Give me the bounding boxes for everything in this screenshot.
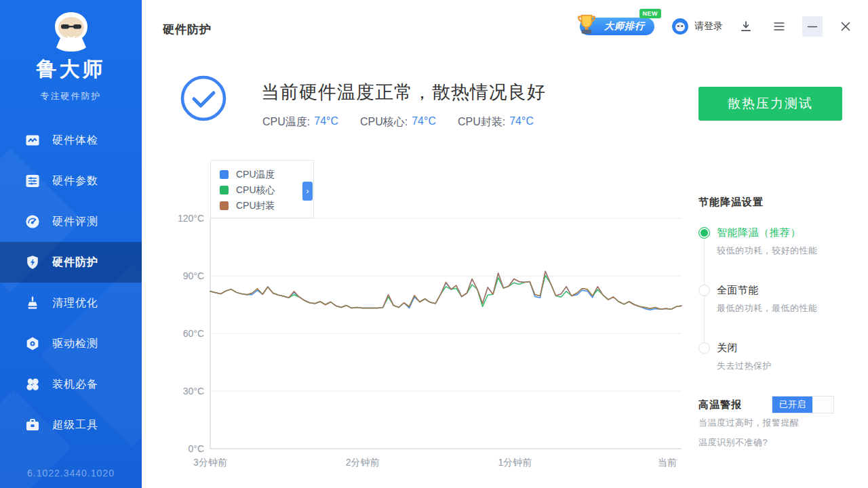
- status-ok-check-icon: [180, 75, 227, 122]
- minimize-button[interactable]: [802, 16, 823, 37]
- titlebar-actions: 大师排行 NEW 请登录: [580, 16, 856, 37]
- cooling-option-radio-row[interactable]: 全面节能: [698, 284, 854, 297]
- metric-label: CPU封装:: [458, 115, 505, 129]
- login-label: 请登录: [694, 20, 723, 33]
- sidebar-item-3[interactable]: 硬件评测: [0, 201, 142, 242]
- status-headline: 当前硬件温度正常，散热情况良好: [261, 80, 546, 104]
- svg-text:3分钟前: 3分钟前: [193, 457, 227, 468]
- monitor-wave-icon: [24, 132, 41, 148]
- brand-tagline: 专注硬件防护: [0, 90, 142, 102]
- close-button[interactable]: [835, 16, 856, 37]
- cooling-option-desc: 最低的功耗，最低的性能: [717, 302, 854, 314]
- temperature-chart: CPU温度CPU核心CPU封装 › 0°C30°C60°C90°C120°C3分…: [163, 152, 698, 478]
- gauge-icon: [24, 214, 41, 230]
- cpu-metric-2: CPU核心:74°C: [360, 115, 436, 129]
- app-window: 鲁大师 专注硬件防护 硬件体检硬件参数硬件评测硬件防护清理优化驱动检测装机必备超…: [0, 0, 868, 488]
- cooling-settings-title: 节能降温设置: [698, 196, 764, 209]
- chart-legend: CPU温度CPU核心CPU封装 ›: [210, 160, 314, 218]
- temp-accuracy-question-link[interactable]: 温度识别不准确?: [698, 436, 768, 449]
- cooling-option-label: 关闭: [717, 342, 738, 354]
- cooling-option-radio-row[interactable]: 智能降温（推荐）: [698, 226, 854, 239]
- legend-label: CPU核心: [236, 184, 275, 197]
- high-temp-alarm-title: 高温警报: [698, 399, 742, 411]
- toolbox-icon: [24, 417, 41, 433]
- svg-text:2分钟前: 2分钟前: [346, 457, 380, 468]
- svg-text:1分钟前: 1分钟前: [498, 457, 532, 468]
- hamburger-menu-icon: [772, 19, 787, 34]
- download-button[interactable]: [736, 16, 756, 37]
- login-entry[interactable]: 请登录: [671, 18, 723, 35]
- legend-swatch: [220, 186, 229, 195]
- alarm-toggle-off-area: [812, 396, 833, 413]
- new-badge: NEW: [639, 9, 662, 18]
- sidebar-item-7[interactable]: 装机必备: [0, 364, 142, 405]
- sliders-icon: [24, 173, 41, 189]
- svg-text:当前: 当前: [658, 457, 677, 468]
- download-icon: [738, 19, 753, 34]
- legend-swatch: [220, 170, 229, 179]
- main-content: 硬件防护 大师排行 NEW: [142, 0, 868, 488]
- radio-button[interactable]: [698, 342, 710, 354]
- svg-text:60°C: 60°C: [183, 328, 204, 339]
- metric-value: 74°C: [412, 115, 436, 129]
- alarm-toggle-on-label: 已开启: [772, 396, 812, 413]
- metric-value: 74°C: [509, 115, 534, 129]
- brand-name: 鲁大师: [0, 56, 142, 83]
- cpu-metric-1: CPU温度:74°C: [262, 115, 338, 129]
- legend-item-3[interactable]: CPU封装: [220, 198, 313, 214]
- trophy-icon: [573, 11, 600, 41]
- cpu-metrics: CPU温度:74°CCPU核心:74°CCPU封装:74°C: [262, 115, 534, 129]
- sidebar-item-8[interactable]: 超级工具: [0, 405, 142, 445]
- legend-label: CPU封装: [236, 200, 275, 212]
- cooling-option-3: 关闭失去过热保护: [698, 342, 854, 372]
- sidebar-item-5[interactable]: 清理优化: [0, 283, 142, 323]
- cooling-option-2: 全面节能最低的功耗，最低的性能: [698, 284, 854, 314]
- sidebar-item-label: 超级工具: [52, 418, 98, 432]
- sidebar-item-label: 硬件评测: [52, 215, 98, 229]
- sidebar-item-label: 装机必备: [52, 378, 98, 392]
- legend-label: CPU温度: [236, 169, 275, 181]
- alarm-toggle[interactable]: 已开启: [772, 396, 834, 413]
- sidebar-item-4[interactable]: 硬件防护: [0, 242, 142, 283]
- nut-icon: [24, 336, 41, 352]
- cooling-option-desc: 失去过热保护: [717, 360, 854, 372]
- broom-icon: [24, 295, 41, 311]
- close-icon: [838, 19, 853, 34]
- sidebar-item-label: 硬件体检: [52, 134, 98, 148]
- svg-text:90°C: 90°C: [183, 270, 204, 281]
- svg-text:30°C: 30°C: [183, 386, 204, 396]
- sidebar-item-label: 硬件参数: [52, 174, 98, 188]
- sidebar: 鲁大师 专注硬件防护 硬件体检硬件参数硬件评测硬件防护清理优化驱动检测装机必备超…: [0, 0, 142, 488]
- metric-value: 74°C: [314, 115, 338, 129]
- master-ranking-badge[interactable]: 大师排行 NEW: [580, 18, 654, 35]
- radio-button[interactable]: [698, 285, 710, 296]
- clover-icon: [24, 376, 41, 392]
- legend-swatch: [220, 201, 229, 210]
- metric-label: CPU温度:: [262, 115, 310, 129]
- cooling-option-radio-row[interactable]: 关闭: [698, 342, 854, 354]
- legend-expand-tab[interactable]: ›: [302, 182, 313, 201]
- svg-text:120°C: 120°C: [178, 213, 204, 224]
- cooling-option-label: 全面节能: [717, 284, 759, 297]
- page-title: 硬件防护: [163, 22, 212, 37]
- brand-logo: 鲁大师 专注硬件防护: [0, 0, 142, 102]
- sidebar-item-2[interactable]: 硬件参数: [0, 161, 142, 201]
- svg-text:0°C: 0°C: [189, 443, 205, 454]
- main-menu-button[interactable]: [769, 16, 789, 37]
- avatar-icon: [671, 18, 689, 35]
- sidebar-item-label: 硬件防护: [52, 256, 98, 270]
- heat-stress-test-button[interactable]: 散热压力测试: [698, 87, 842, 121]
- radio-button[interactable]: [698, 227, 710, 239]
- sidebar-menu: 硬件体检硬件参数硬件评测硬件防护清理优化驱动检测装机必备超级工具: [0, 120, 142, 445]
- cpu-metric-3: CPU封装:74°C: [458, 115, 534, 129]
- legend-item-1[interactable]: CPU温度: [220, 167, 313, 182]
- mascot-icon: [45, 9, 98, 52]
- legend-item-2[interactable]: CPU核心: [220, 182, 313, 198]
- sidebar-item-1[interactable]: 硬件体检: [0, 120, 142, 161]
- cooling-option-label: 智能降温（推荐）: [717, 226, 801, 239]
- sidebar-item-label: 清理优化: [52, 296, 98, 310]
- sidebar-item-6[interactable]: 驱动检测: [0, 323, 142, 364]
- app-version: 6.1022.3440.1020: [0, 468, 142, 479]
- cooling-option-1: 智能降温（推荐）较低的功耗，较好的性能: [698, 226, 854, 257]
- shield-bolt-icon: [24, 254, 41, 270]
